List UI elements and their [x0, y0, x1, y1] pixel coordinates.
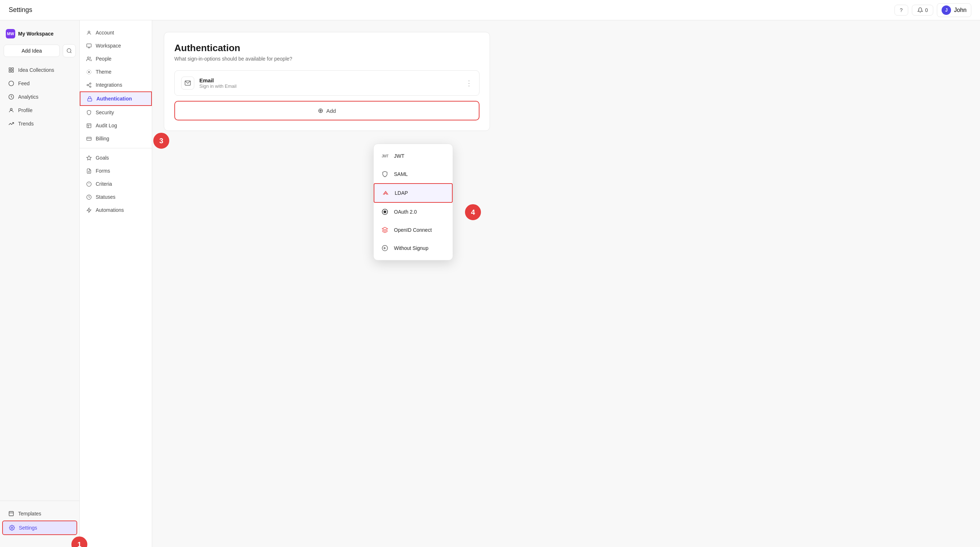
settings-item-workspace[interactable]: Workspace — [80, 39, 152, 52]
app-layout: MW My Workspace Add Idea Idea Collection… — [0, 20, 980, 547]
forms-icon — [86, 167, 92, 174]
settings-item-theme[interactable]: Theme — [80, 65, 152, 78]
settings-item-billing[interactable]: Billing — [80, 132, 152, 145]
help-label: ? — [900, 7, 903, 13]
email-method-info: Email Sign in with Email — [199, 77, 460, 89]
svg-rect-8 — [9, 512, 13, 516]
settings-item-forms[interactable]: Forms — [80, 164, 152, 177]
settings-item-label: Authentication — [96, 96, 132, 102]
notification-count: 0 — [925, 7, 928, 13]
workspace-settings-icon — [86, 42, 92, 49]
email-icon — [181, 77, 194, 89]
security-icon — [86, 109, 92, 116]
sidebar-item-label: Settings — [19, 525, 37, 531]
dropdown-item-saml[interactable]: SAML — [374, 165, 453, 183]
email-method-name: Email — [199, 77, 460, 83]
sidebar-item-feed[interactable]: Feed — [2, 77, 77, 90]
header-actions: ? 0 J John — [894, 3, 971, 17]
auth-icon — [86, 96, 93, 102]
dropdown-item-label: JWT — [394, 153, 404, 159]
sidebar-item-profile[interactable]: Profile — [2, 104, 77, 117]
auth-subtitle: What sign-in-options should be available… — [174, 56, 479, 62]
notifications-button[interactable]: 0 — [912, 5, 934, 16]
billing-icon — [86, 135, 92, 142]
add-auth-button[interactable]: ⊕ Add 3 — [174, 101, 479, 120]
dropdown-item-label: OAuth 2.0 — [394, 209, 417, 215]
add-button-label: Add — [326, 108, 336, 114]
svg-marker-28 — [87, 156, 91, 160]
annotation-3: 3 — [153, 133, 169, 149]
add-idea-row: Add Idea — [0, 44, 80, 63]
top-header: Settings ? 0 J John — [0, 0, 980, 20]
avatar: J — [942, 5, 951, 15]
settings-item-label: Security — [96, 110, 114, 115]
sidebar-item-idea-collections[interactable]: Idea Collections — [2, 64, 77, 77]
ldap-icon — [381, 188, 390, 198]
settings-item-goals[interactable]: Goals — [80, 151, 152, 164]
workspace-header: MW My Workspace — [0, 26, 80, 44]
feed-icon — [8, 80, 14, 87]
sidebar-item-analytics[interactable]: Analytics — [2, 90, 77, 104]
settings-item-integrations[interactable]: Integrations — [80, 78, 152, 91]
integrations-icon — [86, 81, 92, 88]
page-title: Settings — [9, 6, 32, 14]
settings-item-label: People — [96, 56, 111, 62]
settings-item-account[interactable]: Account — [80, 26, 152, 39]
openid-icon — [380, 225, 390, 235]
goals-icon — [86, 155, 92, 161]
search-button[interactable] — [63, 44, 76, 57]
svg-rect-1 — [9, 68, 11, 70]
email-more-button[interactable]: ⋮ — [465, 80, 473, 87]
svg-rect-22 — [88, 98, 91, 101]
automations-icon — [86, 207, 92, 213]
sidebar-item-label: Idea Collections — [18, 67, 54, 73]
svg-rect-2 — [11, 68, 13, 70]
settings-group-extra: Goals Forms Criteria — [80, 151, 152, 217]
add-idea-button[interactable]: Add Idea — [4, 45, 60, 57]
svg-rect-12 — [87, 43, 91, 47]
settings-item-criteria[interactable]: Criteria — [80, 177, 152, 190]
svg-point-38 — [384, 211, 386, 213]
criteria-icon — [86, 181, 92, 187]
trends-icon — [8, 120, 14, 127]
dropdown-item-jwt[interactable]: JWT JWT — [374, 147, 453, 165]
user-menu-button[interactable]: J John — [937, 3, 971, 17]
settings-item-automations[interactable]: Automations — [80, 204, 152, 217]
settings-item-label: Integrations — [96, 82, 122, 88]
settings-item-label: Theme — [96, 69, 111, 75]
sidebar-item-trends[interactable]: Trends — [2, 117, 77, 130]
sidebar-item-settings[interactable]: Settings 1 — [2, 520, 77, 535]
search-icon — [66, 48, 72, 54]
settings-item-people[interactable]: People — [80, 52, 152, 65]
settings-item-audit-log[interactable]: Audit Log — [80, 119, 152, 132]
sidebar-item-label: Profile — [18, 107, 33, 113]
templates-icon — [8, 510, 14, 517]
sidebar: MW My Workspace Add Idea Idea Collection… — [0, 20, 80, 547]
dropdown-item-oauth2[interactable]: OAuth 2.0 — [374, 203, 453, 221]
sidebar-item-label: Templates — [18, 511, 41, 517]
settings-item-label: Workspace — [96, 43, 121, 49]
settings-divider — [80, 148, 152, 148]
sidebar-item-templates[interactable]: Templates — [2, 507, 77, 520]
svg-point-10 — [11, 527, 13, 528]
settings-item-security[interactable]: Security — [80, 106, 152, 119]
svg-rect-23 — [87, 123, 91, 127]
svg-point-19 — [89, 86, 91, 88]
svg-rect-4 — [11, 70, 13, 72]
dropdown-item-label: Without Signup — [394, 245, 428, 251]
people-icon — [86, 56, 92, 62]
settings-sidebar: Account Workspace People — [80, 20, 152, 547]
settings-item-authentication[interactable]: Authentication 2 — [80, 91, 152, 106]
settings-group-main: Account Workspace People — [80, 26, 152, 145]
sidebar-bottom: Templates Settings 1 — [0, 501, 80, 541]
workspace-name: My Workspace — [18, 31, 54, 37]
settings-item-label: Account — [96, 30, 114, 35]
settings-item-statuses[interactable]: Statuses — [80, 190, 152, 204]
svg-rect-26 — [87, 137, 91, 140]
dropdown-item-openid[interactable]: OpenID Connect — [374, 221, 453, 239]
dropdown-item-ldap[interactable]: LDAP 4 — [374, 183, 453, 203]
dropdown-item-without-signup[interactable]: Without Signup — [374, 239, 453, 257]
user-name: John — [954, 7, 967, 13]
dropdown-item-label: SAML — [394, 171, 408, 177]
help-button[interactable]: ? — [894, 5, 908, 16]
